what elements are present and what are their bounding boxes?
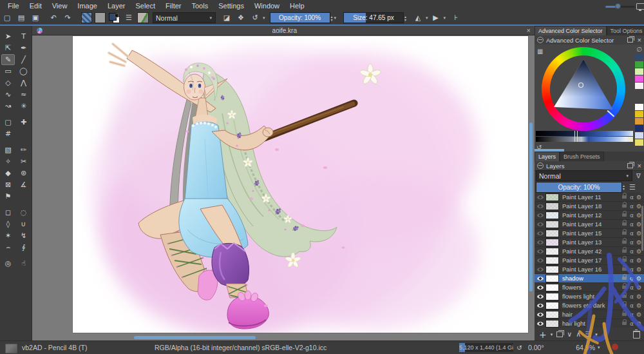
tool-edit-shapes[interactable]: ⇱ xyxy=(1,43,15,54)
lock-icon[interactable] xyxy=(622,304,627,307)
visibility-eye-icon[interactable] xyxy=(537,259,544,262)
alpha-lock-icon[interactable]: α xyxy=(630,194,634,201)
visibility-eye-icon[interactable] xyxy=(537,286,544,290)
tool-enclose-fill[interactable]: ⊛ xyxy=(17,168,30,179)
visibility-eye-icon[interactable] xyxy=(537,195,544,199)
menu-view[interactable]: View xyxy=(47,1,73,10)
reload-preset-icon[interactable]: ↺ xyxy=(249,12,261,23)
alpha-lock-icon[interactable]: α xyxy=(630,284,634,291)
properties-dropdown-icon[interactable]: ▾ xyxy=(595,332,598,337)
history-swatch-12[interactable] xyxy=(635,139,643,146)
layer-row[interactable]: Paint Layer 14α⚙ xyxy=(535,220,644,229)
add-layer-dropdown-icon[interactable]: ▾ xyxy=(551,332,553,337)
visibility-eye-icon[interactable] xyxy=(537,204,544,208)
layer-filter-icon[interactable]: ∇ xyxy=(636,172,641,179)
layer-options-menu-icon[interactable]: ☰ xyxy=(629,183,636,192)
visibility-eye-icon[interactable] xyxy=(537,231,544,235)
size-slider[interactable]: Size: 47.65 px xyxy=(343,12,404,23)
blend-mode-dropdown[interactable]: Normal ▾ xyxy=(153,12,216,23)
layer-properties-button[interactable]: ☰ xyxy=(585,330,591,339)
tool-measure[interactable]: ∡ xyxy=(17,179,30,190)
alpha-lock-icon[interactable]: α xyxy=(630,257,634,264)
layer-row[interactable]: Paint Layer 18α⚙ xyxy=(535,202,644,211)
tool-text[interactable]: T xyxy=(17,31,30,42)
tool-calligraphy[interactable]: ✒ xyxy=(17,43,30,54)
lock-icon[interactable] xyxy=(622,195,627,199)
duplicate-layer-button[interactable] xyxy=(556,331,563,337)
move-layer-up-button[interactable]: ∧ xyxy=(576,330,581,339)
mirror-horizontal-icon[interactable]: ◭ xyxy=(412,12,424,23)
tool-zoom[interactable]: ◎ xyxy=(1,258,15,269)
opacity-slider[interactable]: Opacity: 100% xyxy=(270,12,330,23)
alpha-lock-icon[interactable]: α xyxy=(630,203,634,210)
lock-icon[interactable] xyxy=(622,213,627,217)
alpha-lock-icon[interactable]: α xyxy=(630,275,634,282)
inherit-alpha-icon[interactable]: ⚙ xyxy=(636,266,641,273)
tool-move[interactable]: ✚ xyxy=(17,117,30,128)
tool-transform[interactable]: ▢ xyxy=(1,117,15,128)
history-swatch-7[interactable] xyxy=(635,104,643,110)
lock-icon[interactable] xyxy=(622,286,627,289)
alpha-lock-icon[interactable]: α xyxy=(630,221,634,228)
zoom-dropdown-icon[interactable]: ▾ xyxy=(598,345,600,350)
tool-select-shapes[interactable]: ➤ xyxy=(1,31,15,42)
history-swatch-8[interactable] xyxy=(635,111,643,117)
menu-filter[interactable]: Filter xyxy=(160,1,186,10)
alpha-lock-icon[interactable]: α xyxy=(630,230,634,237)
tool-polygonal-select[interactable]: ◊ xyxy=(1,219,15,230)
lock-icon[interactable] xyxy=(622,250,627,253)
layer-row[interactable]: Paint Layer 17α⚙ xyxy=(535,256,644,265)
history-swatch-1[interactable] xyxy=(635,61,643,68)
tool-polyline[interactable]: ⋀ xyxy=(17,77,30,88)
visibility-eye-icon[interactable] xyxy=(537,268,544,271)
foreground-background-colors[interactable] xyxy=(109,13,120,23)
mirror-vertical-icon[interactable]: ▶ xyxy=(430,12,442,23)
inherit-alpha-icon[interactable]: ⚙ xyxy=(636,293,641,300)
inherit-alpha-icon[interactable]: ⚙ xyxy=(636,221,641,228)
tool-pan[interactable]: ☝ xyxy=(17,258,30,269)
tool-pattern-edit[interactable]: ✧ xyxy=(1,156,15,167)
inherit-alpha-icon[interactable]: ⚙ xyxy=(636,257,641,264)
layer-opacity-slider[interactable]: Opacity: 100% xyxy=(536,182,622,193)
layer-row[interactable]: Paint Layer 42α⚙ xyxy=(535,247,644,256)
tool-gradient[interactable]: ▧ xyxy=(1,144,15,155)
trim-to-image-icon[interactable]: ⊦ xyxy=(450,12,462,23)
tab-brush-presets[interactable]: Brush Presets xyxy=(560,152,604,161)
tool-polygon[interactable]: ◇ xyxy=(1,77,15,88)
tool-ellipse-select[interactable]: ◌ xyxy=(17,207,30,218)
visibility-eye-icon[interactable] xyxy=(537,304,544,308)
lock-icon[interactable] xyxy=(622,295,627,298)
lock-icon[interactable] xyxy=(622,322,627,325)
move-layer-down-button[interactable]: ∨ xyxy=(567,330,572,339)
tool-colorize-mask[interactable]: ⊠ xyxy=(1,179,15,190)
brush-settings-icon[interactable]: ☰ xyxy=(123,12,135,23)
lock-icon[interactable] xyxy=(622,222,627,226)
layer-row[interactable]: Paint Layer 15α⚙ xyxy=(535,229,644,238)
inherit-alpha-icon[interactable]: ⚙ xyxy=(636,275,641,282)
layer-row[interactable]: flowers etc darkα⚙ xyxy=(535,301,644,310)
tool-rectangle[interactable]: ▭ xyxy=(1,66,15,77)
layer-blend-mode-dropdown[interactable]: Normal ▾ xyxy=(536,170,632,181)
history-swatch-11[interactable] xyxy=(635,132,643,139)
inherit-alpha-icon[interactable]: ⚙ xyxy=(636,248,641,255)
float-docker-icon[interactable] xyxy=(627,37,633,43)
alpha-lock-icon[interactable]: α xyxy=(630,293,634,300)
menu-image[interactable]: Image xyxy=(72,1,102,10)
shade-strip-1[interactable] xyxy=(536,131,633,136)
lock-icon[interactable] xyxy=(622,241,627,244)
selector-settings-icon[interactable]: ▦ xyxy=(537,48,543,55)
lock-icon[interactable] xyxy=(622,313,627,316)
blend-presets-icon[interactable]: ❖ xyxy=(235,12,247,23)
tool-magnetic-select[interactable]: ∮ xyxy=(17,242,30,253)
open-document-icon[interactable]: ▤ xyxy=(15,12,27,23)
zoom-slider-knob[interactable] xyxy=(615,3,621,9)
tool-reference-images[interactable]: ⚑ xyxy=(1,191,15,202)
tool-ellipse[interactable]: ◯ xyxy=(17,66,30,77)
layer-row[interactable]: Paint Layer 12α⚙ xyxy=(535,211,644,220)
tool-freehand-select[interactable]: ∪ xyxy=(17,219,30,230)
menu-select[interactable]: Select xyxy=(130,1,160,10)
tool-bezier-select[interactable]: ⌢ xyxy=(1,242,15,253)
save-document-icon[interactable]: ▣ xyxy=(30,12,41,23)
alpha-lock-icon[interactable]: α xyxy=(630,320,634,327)
tool-similar-color-select[interactable]: ✶ xyxy=(1,230,15,241)
